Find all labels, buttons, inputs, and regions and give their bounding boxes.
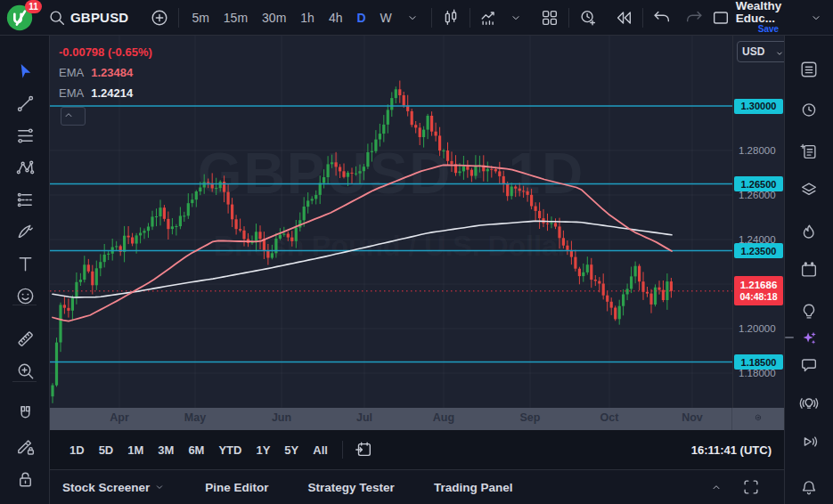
level-price-label: 1.18500 — [734, 354, 783, 370]
layout-name[interactable]: Wealthy Educ... — [736, 0, 801, 25]
timeframe-15m[interactable]: 15m — [216, 4, 255, 31]
month-label-may: May — [177, 411, 213, 424]
watchlist-icon[interactable] — [797, 58, 821, 81]
trend-line-tool-button[interactable] — [12, 91, 37, 116]
measure-tool-button[interactable] — [12, 326, 37, 351]
tradingview-app: 11 GBPUSD 5m15m30m1h4hDW Wealthy Educ...… — [0, 0, 833, 504]
date-range-row: 1D5D1M3M6MYTD1Y5YAll 16:11:41 (UTC) — [50, 430, 784, 470]
last-price-label: 1.2168604:48:18 — [734, 276, 783, 305]
text-tool-button[interactable] — [12, 251, 37, 276]
calendar-icon[interactable] — [797, 258, 821, 281]
compare-add-icon[interactable] — [146, 4, 173, 31]
undo-icon[interactable] — [649, 4, 675, 31]
range-ytd-button[interactable]: YTD — [211, 440, 249, 460]
range-list: 1D5D1M3M6MYTD1Y5YAll — [62, 440, 335, 460]
price-axis[interactable]: USD 1.280001.260001.240001.220001.200001… — [732, 36, 785, 408]
level-price-label: 1.23500 — [734, 243, 783, 258]
chart-style-icon[interactable] — [437, 4, 464, 31]
timeframe-W[interactable]: W — [373, 4, 399, 31]
range-1m-button[interactable]: 1M — [120, 440, 151, 460]
chevron-down-icon[interactable] — [803, 4, 829, 31]
drawing-lock-tool-button[interactable] — [12, 434, 37, 459]
chevron-down-icon[interactable] — [399, 4, 426, 31]
top-toolbar: 11 GBPUSD 5m15m30m1h4hDW Wealthy Educ...… — [0, 0, 833, 36]
month-label-apr: Apr — [102, 411, 137, 424]
brush-tool-button[interactable] — [12, 219, 37, 244]
save-layout-icon[interactable] — [707, 4, 734, 31]
fib-retracement-tool-button[interactable] — [12, 123, 37, 148]
tab-pine-editor[interactable]: Pine Editor — [205, 481, 268, 494]
month-label-jul: Jul — [347, 411, 382, 424]
ema-label: EMA — [59, 63, 84, 84]
toolbar-divider — [12, 381, 37, 382]
timeframe-4h[interactable]: 4h — [322, 4, 350, 31]
sidebar-handle[interactable] — [785, 337, 794, 338]
range-3m-button[interactable]: 3M — [151, 440, 181, 460]
axis-settings-corner[interactable] — [731, 408, 784, 430]
streams-icon[interactable] — [797, 392, 821, 415]
chevron-down-icon[interactable] — [502, 4, 529, 31]
layout-name-block[interactable]: Wealthy Educ... Save — [736, 0, 801, 35]
timeframe-D[interactable]: D — [349, 4, 372, 31]
panel-expand-icon[interactable] — [709, 480, 723, 494]
alerts-clock-icon[interactable] — [797, 98, 821, 121]
range-5y-button[interactable]: 5Y — [277, 440, 306, 460]
ideas-icon[interactable] — [797, 300, 821, 323]
ema-slow-value: 1.24214 — [91, 84, 133, 104]
notifications-icon[interactable] — [797, 476, 821, 500]
layout-account-group: Wealthy Educ... Save — [707, 0, 833, 35]
tab-stock-screener[interactable]: Stock Screener — [62, 481, 166, 494]
redo-icon[interactable] — [681, 4, 707, 31]
ema-slow-row[interactable]: EMA 1.24214 — [59, 84, 152, 104]
month-label-aug: Aug — [426, 411, 461, 424]
fullscreen-icon[interactable] — [741, 477, 761, 497]
range-1d-button[interactable]: 1D — [62, 440, 92, 460]
candlestick-chart[interactable] — [50, 36, 732, 408]
live-icon[interactable] — [797, 430, 821, 453]
app-logo[interactable]: 11 — [4, 3, 35, 33]
range-1y-button[interactable]: 1Y — [249, 440, 277, 460]
pattern-tool-button[interactable] — [12, 155, 37, 180]
hide-drawings-tool-button[interactable] — [12, 499, 37, 504]
timeframe-list: 5m15m30m1h4hDW — [184, 4, 398, 31]
range-5d-button[interactable]: 5D — [92, 440, 121, 460]
price-tick: 1.28000 — [739, 144, 776, 157]
timeframe-1h[interactable]: 1h — [293, 4, 322, 31]
notes-icon[interactable] — [797, 140, 821, 163]
hotlists-icon[interactable] — [797, 221, 821, 244]
go-to-date-icon[interactable] — [350, 436, 377, 463]
layout-grid-icon[interactable] — [536, 4, 563, 31]
chart-pane[interactable]: GBPUSD · 1D British Pound / U.S. Dollar … — [50, 36, 732, 408]
cursor-tool-button[interactable] — [12, 59, 37, 84]
forecast-tool-button[interactable] — [12, 187, 37, 212]
currency-select[interactable]: USD — [737, 41, 790, 62]
divider — [642, 8, 643, 28]
save-link[interactable]: Save — [758, 25, 779, 35]
ema-fast-row[interactable]: EMA 1.23484 — [59, 63, 152, 84]
zoom-in-tool-button[interactable] — [12, 358, 37, 383]
timeframe-30m[interactable]: 30m — [255, 4, 293, 31]
object-tree-icon[interactable] — [797, 178, 821, 201]
tab-strategy-tester[interactable]: Strategy Tester — [308, 481, 395, 494]
timeframe-5m[interactable]: 5m — [184, 4, 216, 31]
range-6m-button[interactable]: 6M — [181, 440, 211, 460]
create-alert-icon[interactable] — [575, 4, 601, 31]
bar-replay-icon[interactable] — [610, 4, 637, 31]
tab-trading-panel[interactable]: Trading Panel — [434, 481, 513, 494]
clock[interactable]: 16:11:41 (UTC) — [691, 443, 772, 457]
search-icon[interactable] — [44, 4, 70, 31]
ema-fast-value: 1.23484 — [91, 63, 133, 84]
range-all-button[interactable]: All — [306, 440, 335, 460]
symbol-title[interactable]: GBPUSD — [70, 10, 128, 25]
chat-icon[interactable] — [797, 354, 821, 377]
legend-collapse-button[interactable] — [61, 107, 86, 126]
ai-assistant-icon[interactable] — [797, 327, 821, 350]
month-label-nov: Nov — [674, 411, 710, 424]
right-sidebar — [784, 36, 833, 504]
indicators-icon[interactable] — [476, 4, 502, 31]
magnet-tool-button[interactable] — [12, 401, 37, 426]
drawing-toolbar — [0, 36, 50, 504]
time-axis[interactable]: AprMayJunJulAugSepOctNov — [50, 408, 784, 430]
lock-all-tool-button[interactable] — [12, 467, 37, 492]
notification-badge: 11 — [25, 0, 42, 13]
